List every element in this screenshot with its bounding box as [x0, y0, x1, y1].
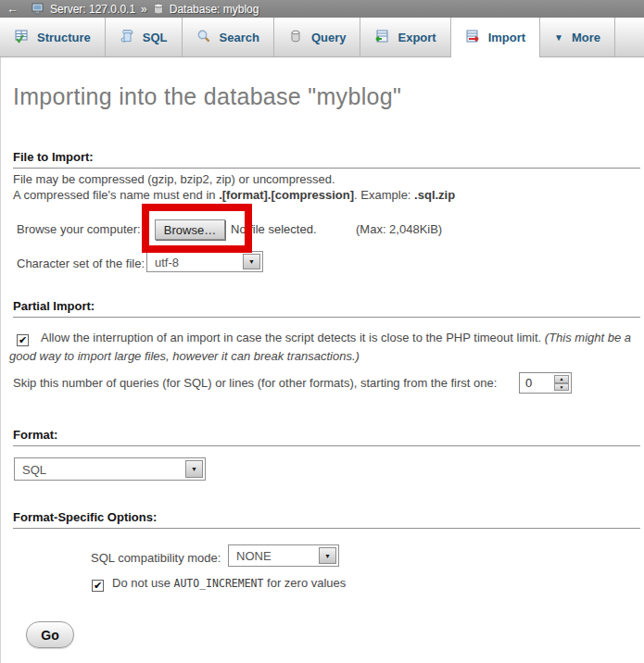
tab-query[interactable]: Query: [274, 18, 361, 56]
allow-interruption-row: ✔Allow the interruption of an import in …: [9, 329, 639, 366]
allow-interruption-checkbox[interactable]: ✔: [17, 334, 29, 346]
phpmyadmin-import-page: ← Server: 127.0.0.1 » Database: myblog: [0, 0, 644, 663]
section-heading-format-options: Format-Specific Options:: [13, 510, 640, 529]
auto-increment-checkbox[interactable]: ✔: [92, 580, 104, 592]
browse-button[interactable]: Browse…: [155, 219, 225, 240]
charset-label: Character set of the file:: [17, 256, 145, 270]
sql-icon: [120, 29, 134, 46]
import-icon: [465, 29, 480, 46]
format-selected-value: SQL: [22, 462, 46, 476]
structure-icon: [14, 29, 29, 46]
skip-queries-input[interactable]: 0 ▲ ▼: [519, 372, 572, 394]
breadcrumb-separator: »: [141, 3, 147, 16]
export-icon: [374, 29, 389, 46]
format-select[interactable]: SQL ▼: [14, 457, 206, 481]
sql-compatibility-select[interactable]: NONE ▼: [228, 544, 339, 567]
tab-label: Import: [488, 31, 525, 44]
zero-values-row: ✔Do not use AUTO_INCREMENT for zero valu…: [92, 576, 346, 592]
chevron-down-icon: ▼: [554, 32, 563, 43]
charset-select[interactable]: utf-8 ▼: [146, 251, 263, 272]
tab-search[interactable]: Search: [183, 18, 274, 56]
no-file-selected-text: No file selected.: [231, 222, 317, 236]
query-icon: [288, 29, 303, 46]
charset-selected-value: utf-8: [155, 255, 179, 269]
tab-label: SQL: [143, 31, 168, 44]
go-button[interactable]: Go: [26, 621, 74, 648]
zero-values-label: Do not use AUTO_INCREMENT for zero value…: [112, 576, 346, 590]
sql-compatibility-label: SQL compatibility mode:: [91, 551, 221, 565]
breadcrumb-bar: ← Server: 127.0.0.1 » Database: myblog: [0, 0, 644, 18]
compression-info-line2: A compressed file's name must end in .[f…: [13, 188, 455, 202]
back-arrow-icon[interactable]: ←: [6, 3, 19, 15]
database-icon: [153, 3, 164, 15]
dropdown-arrow-icon[interactable]: ▼: [243, 254, 260, 269]
tab-label: Export: [398, 31, 436, 44]
tab-label: More: [572, 31, 600, 44]
tab-import[interactable]: Import: [451, 18, 540, 57]
section-heading-file-to-import: File to Import:: [13, 150, 640, 169]
tab-more[interactable]: ▼ More: [540, 18, 615, 56]
sql-compatibility-value: NONE: [236, 549, 271, 563]
search-icon: [196, 29, 211, 46]
content-left-border: [0, 57, 1, 663]
dropdown-arrow-icon[interactable]: ▼: [185, 460, 203, 478]
tab-sql[interactable]: SQL: [106, 18, 183, 56]
section-heading-format: Format:: [13, 428, 640, 446]
skip-queries-label: Skip this number of queries (for SQL) or…: [13, 376, 497, 390]
max-size-text: (Max: 2,048KiB): [356, 222, 442, 236]
browse-computer-label: Browse your computer:: [17, 222, 141, 236]
dropdown-arrow-icon[interactable]: ▼: [319, 547, 336, 564]
skip-queries-value: 0: [525, 376, 532, 390]
section-heading-partial-import: Partial Import:: [13, 299, 640, 318]
tab-label: Structure: [37, 31, 91, 44]
breadcrumb-server-link[interactable]: Server: 127.0.0.1: [50, 3, 135, 16]
compression-info-line1: File may be compressed (gzip, bzip2, zip…: [13, 172, 335, 186]
tab-export[interactable]: Export: [360, 18, 450, 56]
breadcrumb-database-link[interactable]: Database: myblog: [170, 3, 259, 16]
server-icon: [32, 3, 44, 15]
spinner-down-icon[interactable]: ▼: [554, 383, 569, 392]
tab-structure[interactable]: Structure: [0, 18, 106, 56]
tab-bar: Structure SQL Search: [0, 18, 644, 57]
tab-label: Search: [220, 31, 259, 44]
allow-interruption-label: Allow the interruption of an import in c…: [41, 331, 545, 344]
page-title: Importing into the database "myblog": [13, 83, 401, 110]
spinner-up-icon[interactable]: ▲: [554, 375, 569, 383]
tab-label: Query: [311, 31, 347, 44]
